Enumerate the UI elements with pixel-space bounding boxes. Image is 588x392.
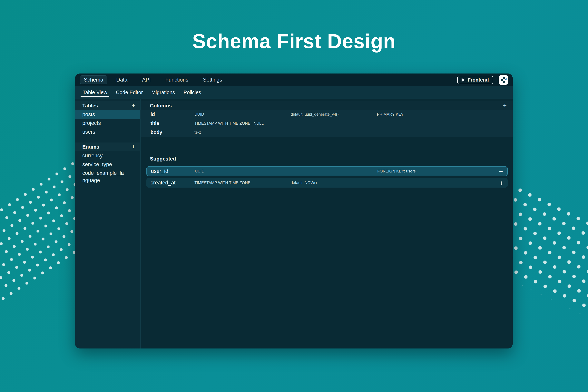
page-title: Schema First Design	[0, 30, 588, 53]
tables-list: posts projects users	[75, 110, 140, 136]
suggested-section-title: Suggested	[150, 156, 513, 162]
diamond-icon	[502, 76, 505, 79]
enums-section-title: Enums	[82, 144, 99, 150]
diamond-icon	[500, 78, 503, 81]
logo-text: di	[505, 78, 508, 81]
sidebar-item-code-example-language[interactable]: code_example_language	[75, 169, 132, 185]
main-panel: Columns + id UUID default: uuid_generate…	[141, 99, 513, 348]
column-name: title	[150, 120, 194, 126]
suggested-name: created_at	[150, 180, 194, 186]
suggested-row-created-at[interactable]: created_at TIMESTAMP WITH TIME ZONE defa…	[146, 178, 508, 188]
tab-table-view[interactable]: Table View	[83, 86, 107, 98]
columns-section-title: Columns	[150, 103, 172, 109]
column-name: body	[150, 130, 194, 135]
add-table-icon[interactable]: +	[132, 102, 135, 109]
column-row-title[interactable]: title TIMESTAMP WITH TIME ZONE | NULL	[141, 119, 513, 128]
sidebar-item-currency[interactable]: currency	[75, 151, 140, 160]
top-nav: Schema Data API Functions Settings Front…	[75, 74, 513, 86]
sidebar-item-posts[interactable]: posts	[75, 110, 140, 119]
columns-table: id UUID default: uuid_generate_v4() PRIM…	[141, 110, 513, 137]
tables-section-title: Tables	[82, 103, 98, 109]
tab-api[interactable]: API	[142, 77, 151, 83]
top-nav-right: Frontend di	[457, 75, 508, 85]
tab-schema[interactable]: Schema	[80, 76, 107, 84]
play-icon	[462, 78, 465, 82]
tab-functions[interactable]: Functions	[166, 77, 188, 83]
diamond-icon	[502, 80, 505, 83]
add-enum-icon[interactable]: +	[132, 144, 135, 150]
sidebar-item-users[interactable]: users	[75, 128, 140, 136]
frontend-button[interactable]: Frontend	[457, 76, 493, 84]
column-type: TIMESTAMP WITH TIME ZONE | NULL	[194, 121, 291, 126]
add-column-icon[interactable]: +	[503, 102, 507, 109]
suggested-row-user-id[interactable]: user_id UUID FOREIGN KEY: users +	[146, 166, 508, 176]
suggested-name: user_id	[151, 168, 195, 174]
suggested-type: UUID	[195, 169, 291, 174]
content-area: Tables + posts projects users Enums + cu…	[75, 99, 513, 348]
column-default: default: uuid_generate_v4()	[291, 112, 377, 116]
logo-button[interactable]: di	[498, 75, 508, 85]
tab-policies[interactable]: Policies	[184, 86, 201, 98]
enums-list: currency service_type code_example_langu…	[75, 151, 140, 185]
tab-data[interactable]: Data	[116, 77, 128, 83]
suggested-key: FOREIGN KEY: users	[377, 169, 499, 174]
tab-migrations[interactable]: Migrations	[152, 86, 175, 98]
sidebar-item-service-type[interactable]: service_type	[75, 160, 140, 169]
column-row-body[interactable]: body text	[141, 128, 513, 137]
tables-section-header: Tables +	[75, 101, 140, 110]
suggested-default: default: NOW()	[291, 180, 377, 185]
column-row-id[interactable]: id UUID default: uuid_generate_v4() PRIM…	[141, 110, 513, 119]
column-key: PRIMARY KEY	[377, 112, 513, 116]
column-name: id	[150, 112, 194, 117]
add-suggested-column-icon[interactable]: +	[499, 168, 503, 175]
suggested-type: TIMESTAMP WITH TIME ZONE	[194, 180, 291, 185]
add-suggested-column-icon[interactable]: +	[500, 180, 503, 186]
schema-app-window: Schema Data API Functions Settings Front…	[75, 74, 513, 348]
tab-code-editor[interactable]: Code Editor	[116, 86, 143, 98]
tab-settings[interactable]: Settings	[203, 77, 222, 83]
frontend-button-label: Frontend	[468, 77, 489, 83]
sidebar-item-projects[interactable]: projects	[75, 119, 140, 128]
column-type: UUID	[194, 112, 291, 116]
enums-section-header: Enums +	[75, 142, 140, 151]
columns-section-header: Columns +	[141, 101, 513, 110]
sidebar: Tables + posts projects users Enums + cu…	[75, 99, 141, 348]
column-type: text	[194, 130, 291, 135]
schema-sub-nav: Table View Code Editor Migrations Polici…	[75, 86, 513, 99]
